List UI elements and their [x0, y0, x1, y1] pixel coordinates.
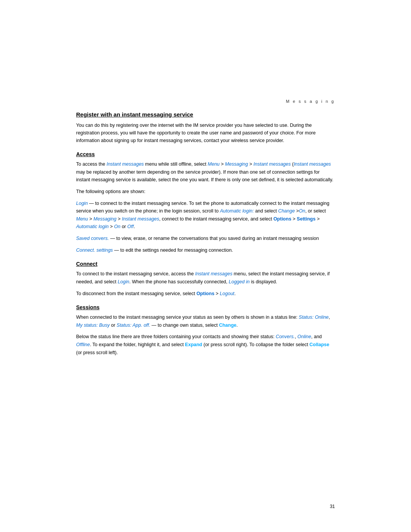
link-menu-2: Menu [76, 216, 88, 222]
access-paragraph-1: To access the Instant messages menu whil… [76, 160, 335, 184]
link-change-status: Change [219, 323, 236, 328]
link-logged-in: Logged in [229, 279, 250, 284]
sessions-paragraph-1: When connected to the instant messaging … [76, 313, 335, 329]
link-instant-messages-2: Instant messages [253, 161, 291, 167]
section-title-sessions: Sessions [76, 304, 335, 310]
page-container: M e s s a g i n g Register with an insta… [0, 0, 411, 532]
link-instant-messages-3: Instant messages [294, 161, 331, 167]
intro-paragraph: You can do this by registering over the … [76, 121, 335, 144]
chapter-title: M e s s a g i n g [286, 99, 335, 104]
link-status-online: Status: Online [299, 315, 329, 320]
link-menu-1: Menu [208, 161, 220, 167]
link-login-2: Login [118, 279, 129, 284]
link-off-1: Off [127, 224, 134, 229]
link-messaging-2: Messaging [94, 216, 116, 222]
page-number: 31 [330, 504, 335, 509]
link-my-status-busy: My status: Busy [76, 323, 110, 328]
link-settings-1: Settings [297, 216, 315, 222]
link-offline: Offline [76, 342, 90, 347]
access-paragraph-login: Login — to connect to the instant messag… [76, 200, 335, 231]
link-automatic-login: Automatic login: [220, 208, 254, 214]
link-saved-convers: Saved convers. [76, 236, 109, 241]
link-connect-settings: Connect. settings [76, 248, 113, 253]
access-paragraph-saved: Saved convers. — to view, erase, or rena… [76, 235, 335, 243]
access-paragraph-connect-settings: Connect. settings — to edit the settings… [76, 246, 335, 254]
main-heading: Register with an instant messaging servi… [76, 111, 335, 118]
link-expand: Expand [185, 342, 202, 347]
link-status-app-off: Status: App. off. [116, 323, 150, 328]
access-paragraph-following: The following options are shown: [76, 188, 335, 196]
link-online: Online [298, 334, 311, 339]
link-on-2: On [114, 224, 121, 229]
link-convers: Convers. [276, 334, 295, 339]
link-on-1: On [299, 208, 305, 214]
connect-paragraph-2: To disconnect from the instant messaging… [76, 290, 335, 298]
link-options-1: Options [273, 216, 291, 222]
link-options-2: Options [196, 291, 214, 296]
link-instant-messages-1: Instant messages [107, 161, 144, 167]
connect-paragraph-1: To connect to the instant messaging serv… [76, 270, 335, 286]
section-title-access: Access [76, 151, 335, 157]
content-area: Register with an instant messaging servi… [0, 107, 411, 383]
link-messaging-1: Messaging [225, 161, 248, 167]
chapter-header: M e s s a g i n g [0, 0, 411, 107]
link-logout: Logout [220, 291, 234, 296]
link-instant-messages-4: Instant messages [122, 216, 159, 222]
link-automatic-login-2: Automatic login [76, 224, 108, 229]
sessions-paragraph-2: Below the status line there are three fo… [76, 333, 335, 356]
link-collapse: Collapse [309, 342, 329, 347]
link-change-1: Change [278, 208, 295, 214]
link-login: Login [76, 201, 88, 206]
section-title-connect: Connect [76, 261, 335, 267]
link-instant-messages-5: Instant messages [195, 271, 233, 276]
